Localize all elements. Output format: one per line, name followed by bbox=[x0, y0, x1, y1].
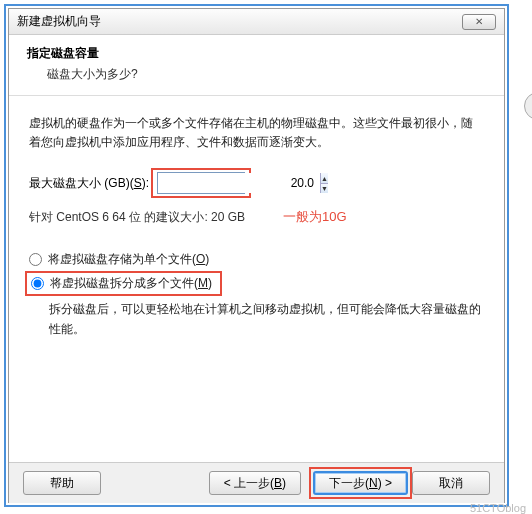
watermark: 51CTOblog bbox=[470, 502, 526, 514]
disk-size-row: 最大磁盘大小 (GB)(S): ▲ ▼ bbox=[29, 168, 484, 198]
titlebar: 新建虚拟机向导 ✕ bbox=[9, 9, 504, 35]
content-area: 指定磁盘容量 磁盘大小为多少? 虚拟机的硬盘作为一个或多个文件存储在主机的物理磁… bbox=[9, 35, 504, 463]
back-button[interactable]: < 上一步(B) bbox=[209, 471, 301, 495]
storage-radio-group: 将虚拟磁盘存储为单个文件(O) 将虚拟磁盘拆分成多个文件(M) 拆分磁盘后，可以… bbox=[29, 248, 484, 338]
radio-single-file[interactable]: 将虚拟磁盘存储为单个文件(O) bbox=[29, 248, 484, 271]
radio-single-file-input[interactable] bbox=[29, 253, 42, 266]
radio-split-highlight: 将虚拟磁盘拆分成多个文件(M) bbox=[25, 271, 222, 296]
disk-size-highlight: ▲ ▼ bbox=[151, 168, 251, 198]
close-icon: ✕ bbox=[475, 16, 483, 27]
cancel-button[interactable]: 取消 bbox=[412, 471, 490, 495]
footer: 帮助 < 上一步(B) 下一步(N) > 取消 bbox=[9, 463, 504, 503]
recommended-row: 针对 CentOS 6 64 位 的建议大小: 20 GB 一般为10G bbox=[29, 208, 484, 226]
next-button-highlight: 下一步(N) > bbox=[309, 467, 412, 499]
split-description: 拆分磁盘后，可以更轻松地在计算机之间移动虚拟机，但可能会降低大容量磁盘的性能。 bbox=[29, 296, 484, 338]
radio-split-files[interactable]: 将虚拟磁盘拆分成多个文件(M) bbox=[27, 275, 216, 292]
annotation-text: 一般为10G bbox=[283, 208, 347, 226]
spinner-down-icon[interactable]: ▼ bbox=[321, 184, 328, 194]
window-title: 新建虚拟机向导 bbox=[17, 13, 101, 30]
disk-size-input[interactable] bbox=[158, 173, 320, 193]
page-title: 指定磁盘容量 bbox=[27, 45, 486, 62]
page-subtitle: 磁盘大小为多少? bbox=[27, 66, 486, 83]
header: 指定磁盘容量 磁盘大小为多少? bbox=[9, 35, 504, 96]
help-button[interactable]: 帮助 bbox=[23, 471, 101, 495]
description-text: 虚拟机的硬盘作为一个或多个文件存储在主机的物理磁盘中。这些文件最初很小，随着您向… bbox=[29, 114, 484, 152]
disk-size-label: 最大磁盘大小 (GB)(S): bbox=[29, 175, 149, 192]
spinner-up-icon[interactable]: ▲ bbox=[321, 173, 328, 184]
recommended-text: 针对 CentOS 6 64 位 的建议大小: 20 GB bbox=[29, 209, 245, 226]
disk-size-spinner[interactable]: ▲ ▼ bbox=[157, 172, 245, 194]
radio-split-files-input[interactable] bbox=[31, 277, 44, 290]
next-button[interactable]: 下一步(N) > bbox=[313, 471, 408, 495]
wizard-window: 新建虚拟机向导 ✕ 指定磁盘容量 磁盘大小为多少? 虚拟机的硬盘作为一个或多个文… bbox=[8, 8, 505, 503]
side-decoration-icon: ⤴ bbox=[524, 92, 532, 120]
body: 虚拟机的硬盘作为一个或多个文件存储在主机的物理磁盘中。这些文件最初很小，随着您向… bbox=[9, 96, 504, 355]
close-button[interactable]: ✕ bbox=[462, 14, 496, 30]
